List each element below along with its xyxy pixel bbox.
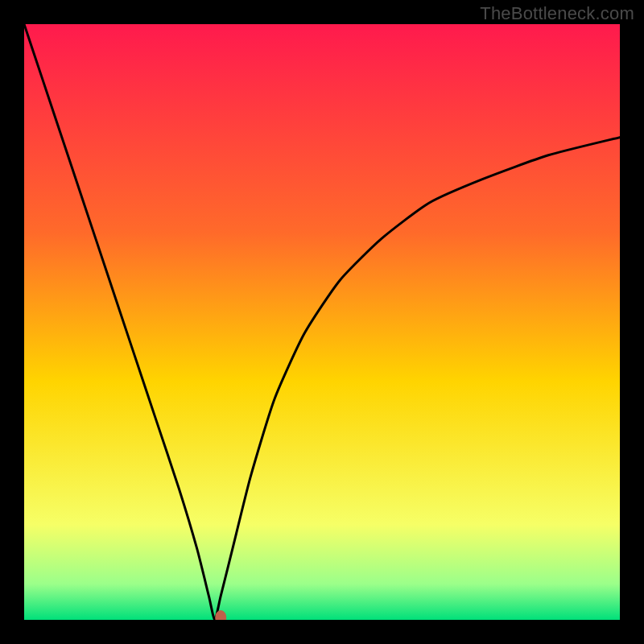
gradient-background: [24, 24, 620, 620]
chart-root: { "watermark": "TheBottleneck.com", "col…: [0, 0, 644, 644]
plot-area: [24, 24, 620, 620]
watermark-label: TheBottleneck.com: [480, 3, 634, 24]
svg-rect-0: [24, 24, 620, 620]
